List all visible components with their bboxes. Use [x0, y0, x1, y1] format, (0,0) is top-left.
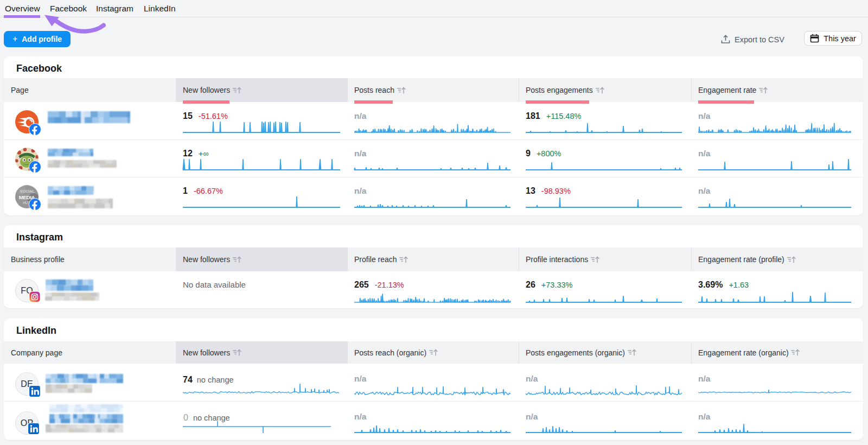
- svg-text:SOCIAL: SOCIAL: [20, 189, 35, 194]
